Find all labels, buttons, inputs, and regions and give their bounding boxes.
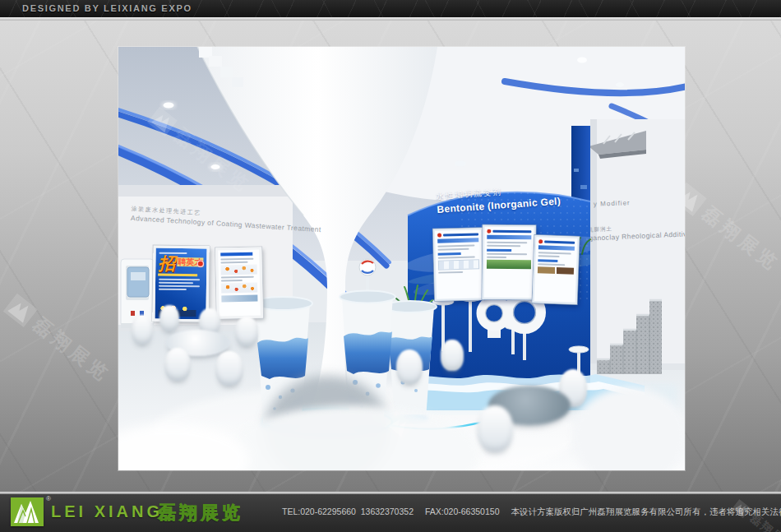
mountain-peaks-icon — [11, 497, 44, 526]
leixiang-logo — [11, 497, 44, 526]
brand-name-zh: 磊翔展览 — [158, 501, 243, 525]
molecule-diagram — [221, 283, 257, 294]
background-canvas: 磊翔展览 磊翔展览 — [0, 21, 781, 492]
product-poster — [533, 235, 580, 304]
technology-poster — [215, 247, 263, 318]
presentation-board: DESIGNED BY LEIXIANG EXPO 磊翔展览 磊翔展览 — [0, 0, 781, 532]
poster-logo-icon — [487, 229, 491, 234]
poster-photo — [487, 260, 531, 270]
molecule-diagram — [221, 265, 257, 275]
product-poster — [483, 225, 536, 300]
product-poster — [433, 228, 484, 301]
footer-bar: ® LEI XIANG 磊翔展览 TEL:020-62295660 136323… — [0, 492, 781, 532]
stamp-icon — [196, 260, 204, 267]
recruitment-poster: 招 聘英才 — [152, 246, 209, 322]
top-title-bar: DESIGNED BY LEIXIANG EXPO — [0, 0, 781, 17]
right-wall-text-top: y Modifier — [594, 199, 631, 208]
booth-render: 涂装废水处理先进工艺 Advanced Technology of Coatin… — [118, 47, 685, 470]
cartoon-figures — [158, 305, 196, 317]
mountain-peaks-icon — [3, 293, 38, 327]
registered-mark: ® — [46, 495, 51, 502]
watermark: 磊翔展览 — [672, 181, 781, 277]
footer-separator — [0, 492, 781, 494]
fax-number: FAX:020-66350150 — [425, 507, 500, 518]
contact-info: TEL:020-62295660 13632370352 FAX:020-663… — [282, 507, 781, 518]
copyright-notice: 本设计方案版权归广州磊翔展览服务有限公司所有，违者将追究相关法律责任。 — [511, 507, 781, 518]
data-table-graphic — [438, 259, 479, 270]
water-dispenser — [121, 259, 154, 328]
tel-number: TEL:020-62295660 13632370352 — [282, 507, 414, 518]
watermark: 磊翔展览 — [2, 292, 116, 388]
wave-graphic — [404, 374, 645, 410]
poster-logo-icon — [538, 239, 543, 243]
poster-logo-icon — [437, 234, 441, 238]
brand-name-en: LEI XIANG — [51, 502, 163, 521]
poster-photo — [538, 266, 574, 275]
poster-image — [221, 295, 257, 303]
designer-credit: DESIGNED BY LEIXIANG EXPO — [22, 3, 192, 13]
